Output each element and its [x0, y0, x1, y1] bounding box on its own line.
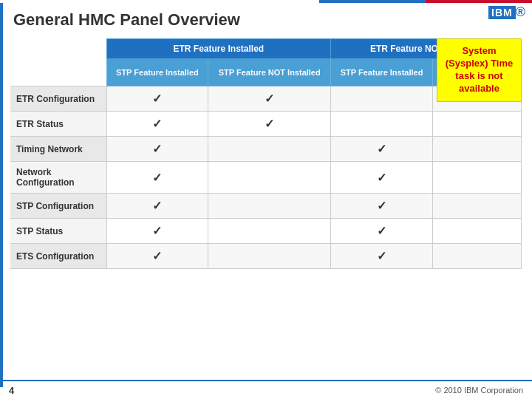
row-label: STP Status [10, 219, 106, 244]
table-row: STP Status✓✓ [10, 219, 522, 244]
row-label: Network Configuration [10, 162, 106, 194]
corner-cell-2 [10, 59, 106, 86]
check-cell [208, 219, 331, 244]
page-title: General HMC Panel Overview [13, 10, 240, 30]
stp-installed-2-header: STP Feature Installed [331, 59, 433, 86]
check-cell [433, 162, 522, 194]
table-row: Timing Network✓✓ [10, 137, 522, 162]
table-row: Network Configuration✓✓ [10, 162, 522, 194]
ibm-logo: IBM® [488, 4, 525, 20]
row-label: ETR Configuration [10, 86, 106, 112]
checkmark-icon: ✓ [377, 250, 386, 262]
system-note: System (Sysplex) Time task is not availa… [437, 38, 522, 102]
check-cell [208, 194, 331, 219]
checkmark-icon: ✓ [152, 143, 162, 155]
check-cell [433, 244, 522, 269]
top-bar [0, 0, 532, 3]
checkmark-icon: ✓ [265, 92, 274, 105]
check-cell: ✓ [106, 137, 208, 162]
checkmark-icon: ✓ [152, 92, 162, 105]
check-cell: ✓ [106, 86, 208, 112]
table-row: ETS Configuration✓✓ [10, 244, 522, 269]
table-row: ETR Status✓✓ [10, 112, 522, 137]
check-cell [433, 219, 522, 244]
table-row: STP Configuration✓✓ [10, 194, 522, 219]
checkmark-icon: ✓ [152, 200, 162, 212]
checkmark-icon: ✓ [265, 117, 274, 130]
copyright: © 2010 IBM Corporation [435, 386, 523, 395]
checkmark-icon: ✓ [377, 171, 386, 184]
check-cell: ✓ [208, 112, 331, 137]
checkmark-icon: ✓ [152, 250, 162, 262]
page-number: 4 [9, 385, 14, 396]
slide: IBM® General HMC Panel Overview ETR Feat… [0, 0, 532, 399]
check-cell: ✓ [331, 162, 433, 194]
check-cell: ✓ [106, 112, 208, 137]
checkmark-icon: ✓ [377, 225, 386, 237]
checkmark-icon: ✓ [377, 143, 386, 155]
check-cell: ✓ [331, 244, 433, 269]
left-accent [0, 3, 3, 387]
checkmark-icon: ✓ [152, 117, 162, 130]
etr-installed-header: ETR Feature Installed [106, 39, 331, 59]
check-cell: ✓ [331, 194, 433, 219]
check-cell: ✓ [106, 162, 208, 194]
check-cell: ✓ [208, 86, 331, 112]
checkmark-icon: ✓ [377, 200, 386, 212]
check-cell: ✓ [106, 244, 208, 269]
check-cell [433, 112, 522, 137]
stp-not-installed-1-header: STP Feature NOT Installed [208, 59, 331, 86]
row-label: STP Configuration [10, 194, 106, 219]
check-cell: ✓ [331, 137, 433, 162]
check-cell [208, 162, 331, 194]
row-label: ETR Status [10, 112, 106, 137]
checkmark-icon: ✓ [152, 171, 162, 184]
bottom-bar: 4 © 2010 IBM Corporation [0, 380, 532, 399]
check-cell [208, 137, 331, 162]
check-cell: ✓ [106, 219, 208, 244]
check-cell [331, 112, 433, 137]
stp-installed-1-header: STP Feature Installed [106, 59, 208, 86]
check-cell [208, 244, 331, 269]
system-note-text: System (Sysplex) Time task is not availa… [446, 45, 514, 94]
check-cell [331, 86, 433, 112]
row-label: Timing Network [10, 137, 106, 162]
row-label: ETS Configuration [10, 244, 106, 269]
table-body: ETR Configuration✓✓ETR Status✓✓Timing Ne… [10, 86, 522, 269]
check-cell: ✓ [106, 194, 208, 219]
check-cell [433, 137, 522, 162]
corner-cell [10, 39, 106, 59]
check-cell [433, 194, 522, 219]
check-cell: ✓ [331, 219, 433, 244]
checkmark-icon: ✓ [152, 225, 162, 237]
